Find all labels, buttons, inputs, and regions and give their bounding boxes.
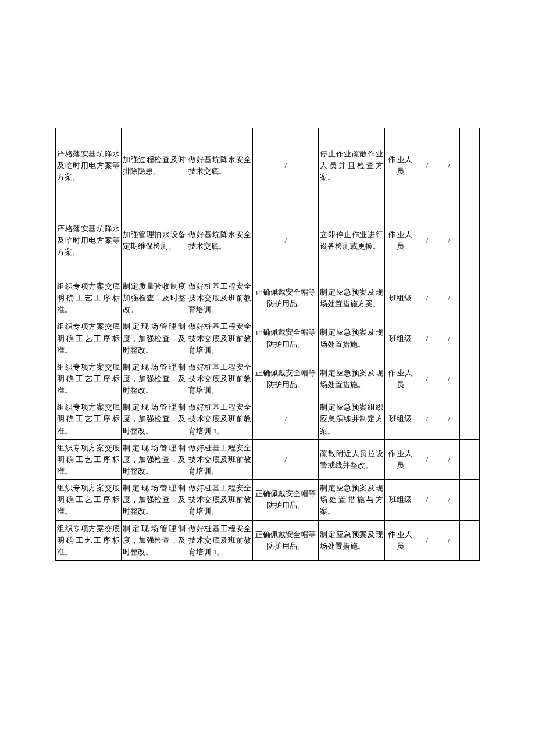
table-cell: 作 业人员: [384, 439, 416, 479]
table-cell: [460, 520, 480, 560]
table-cell: [460, 203, 480, 278]
table-cell: /: [253, 128, 319, 203]
table-cell: 制定应急预案及现场处置措施与方案。: [319, 480, 384, 520]
table-cell: /: [416, 318, 438, 359]
table-cell: 制定应急预案及现场处置措施。: [319, 520, 384, 560]
table-cell: /: [438, 128, 460, 203]
table-row: 组织专项方案交底明确工艺工序标准。制定现场管理制度，加强检查，及时整改。做好桩基…: [56, 359, 480, 399]
table-cell: /: [438, 359, 460, 399]
table-cell: /: [253, 203, 319, 278]
table-cell: 做好桩基工程安全技术交底及班前教育培训。: [187, 318, 253, 359]
table-cell: 制定现场管理制度，加强检查，及时整改。: [122, 359, 187, 399]
table-cell: /: [416, 520, 438, 560]
table-cell: [460, 439, 480, 479]
table-cell: 制定现场管理制度，加强检查，及时整改。: [122, 480, 187, 520]
table-cell: /: [416, 359, 438, 399]
table-cell: 制定应急预案及现场处置措施。: [319, 359, 384, 399]
table-cell: 组织专项方案交底明确工艺工序标准。: [56, 480, 122, 520]
table-cell: 作 业人员: [384, 128, 416, 203]
table-cell: 制定现场管理制度，加强检查，及时整改。: [122, 399, 187, 439]
table-cell: 作 业人员: [384, 203, 416, 278]
table-row: 组织专项方案交底明确工艺工序标准。制定现场管理制度，加强检查，及时整改。做好桩基…: [56, 318, 480, 359]
table-cell: 班组级: [384, 480, 416, 520]
table-cell: /: [438, 480, 460, 520]
table-cell: 严格落实基坑降水及临时用电方案等方案。: [56, 128, 122, 203]
table-cell: [460, 318, 480, 359]
table-row: 组织专项方案交底明确工艺工序标准。制定现场管理制度，加强检查，及时整改。做好桩基…: [56, 480, 480, 520]
table-cell: 组织专项方案交底明确工艺工序标准。: [56, 439, 122, 479]
table-cell: 组织专项方案交底明确工艺工序标准。: [56, 399, 122, 439]
table-cell: 做好桩基工程安全技术交底及班前教育培训 1。: [187, 520, 253, 560]
table-cell: 加强管理抽水设备定期维保检测。: [122, 203, 187, 278]
table-cell: 班组级: [384, 278, 416, 318]
table-cell: [460, 359, 480, 399]
table-cell: 组织专项方案交底明确工艺工序标准。: [56, 520, 122, 560]
table-cell: 制定质量验收制度加强检查，及时整改。: [122, 278, 187, 318]
table-cell: /: [438, 318, 460, 359]
table-row: 组织专项方案交底明确工艺工序标准。制定质量验收制度加强检查，及时整改。做好桩基工…: [56, 278, 480, 318]
table-row: 组织专项方案交底明确工艺工序标准。制定现场管理制度，加强检查，及时整改。做好桩基…: [56, 399, 480, 439]
table-cell: /: [438, 520, 460, 560]
table-row: 组织专项方案交底明确工艺工序标准。制定现场管理制度，加强检查，及时整改。做好桩基…: [56, 520, 480, 560]
table-cell: 组织专项方案交底明确工艺工序标准。: [56, 278, 122, 318]
table-cell: 制定应急预案及现场处置措施。: [319, 318, 384, 359]
table-cell: [460, 480, 480, 520]
table-cell: [460, 399, 480, 439]
table-cell: 制定应急预案及现场处置措施方案。: [319, 278, 384, 318]
table-cell: 严格落实基坑降水及临时用电方案等方案。: [56, 203, 122, 278]
table-cell: 作 业人员: [384, 359, 416, 399]
table-cell: 正确佩戴安全帽等防护用品。: [253, 359, 319, 399]
table-cell: 作 业人员: [384, 520, 416, 560]
table-row: 组织专项方案交底明确工艺工序标准。制定现场管理制度，加强检查，及时整改。做好桩基…: [56, 439, 480, 479]
table-cell: 停止作业疏散作业人员并且检查方案。: [319, 128, 384, 203]
table-row: 严格落实基坑降水及临时用电方案等方案。加强过程检查及时排除隐患。做好基坑降水安全…: [56, 128, 480, 203]
table-cell: /: [416, 399, 438, 439]
table-cell: 做好桩基工程安全技术交底及班前教育培训。: [187, 359, 253, 399]
table-cell: 立即停止作业进行设备检测或更换。: [319, 203, 384, 278]
table-cell: 班组级: [384, 399, 416, 439]
table-cell: 制定现场管理制度，加强检查，及时整改。: [122, 318, 187, 359]
table-cell: /: [416, 439, 438, 479]
table-cell: 做好桩基工程安全技术交底及班前教育培训。: [187, 480, 253, 520]
safety-table: 严格落实基坑降水及临时用电方案等方案。加强过程检查及时排除隐患。做好基坑降水安全…: [55, 128, 480, 561]
table-cell: 做好桩基工程安全技术交底及班前教育培训 1。: [187, 399, 253, 439]
table-cell: 组织专项方案交底明确工艺工序标准。: [56, 359, 122, 399]
table-cell: /: [438, 203, 460, 278]
table-cell: 做好桩基工程安全技术交底及班前教育培训。: [187, 278, 253, 318]
table-cell: /: [438, 439, 460, 479]
table-cell: /: [416, 278, 438, 318]
table-cell: /: [438, 278, 460, 318]
table-cell: /: [416, 203, 438, 278]
table-cell: /: [416, 128, 438, 203]
table-cell: 正确佩戴安全帽等防护用品。: [253, 520, 319, 560]
table-cell: /: [438, 399, 460, 439]
table-row: 严格落实基坑降水及临时用电方案等方案。加强管理抽水设备定期维保检测。做好基坑降水…: [56, 203, 480, 278]
table-cell: 制定应急预案组织应急演练并制定方案。: [319, 399, 384, 439]
table-cell: /: [253, 399, 319, 439]
table-cell: 班组级: [384, 318, 416, 359]
table-cell: 做好基坑降水安全技术交底。: [187, 203, 253, 278]
table-cell: 加强过程检查及时排除隐患。: [122, 128, 187, 203]
document-page: 严格落实基坑降水及临时用电方案等方案。加强过程检查及时排除隐患。做好基坑降水安全…: [0, 0, 535, 712]
table-cell: 正确佩戴安全帽等防护用品。: [253, 480, 319, 520]
table-cell: 正确佩戴安全帽等防护用品。: [253, 318, 319, 359]
table-cell: 制定现场管理制度，加强检查，及时整改。: [122, 439, 187, 479]
table-cell: 做好桩基工程安全技术交底及班前教育培训。: [187, 439, 253, 479]
table-cell: 组织专项方案交底明确工艺工序标准。: [56, 318, 122, 359]
table-cell: 做好基坑降水安全技术交底。: [187, 128, 253, 203]
table-cell: 正确佩戴安全帽等防护用品。: [253, 278, 319, 318]
table-cell: [460, 128, 480, 203]
table-cell: 疏散附近人员拉设警戒线并整改。: [319, 439, 384, 479]
table-cell: [460, 278, 480, 318]
table-cell: 制定现场管理制度，加强检查，及时整改。: [122, 520, 187, 560]
table-cell: /: [253, 439, 319, 479]
table-cell: /: [416, 480, 438, 520]
